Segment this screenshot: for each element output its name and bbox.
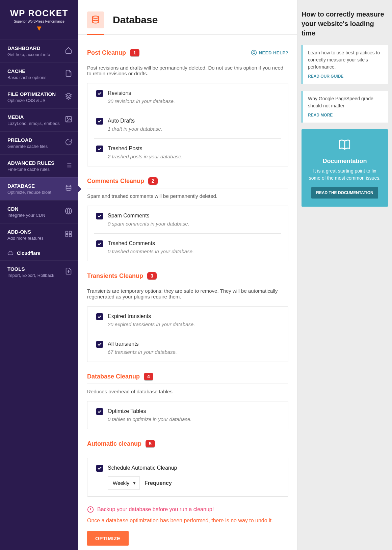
read-documentation-button[interactable]: READ THE DOCUMENTATION	[311, 187, 378, 199]
option-subtext: 67 transients in your database.	[108, 349, 279, 355]
nav-icon-media	[65, 115, 72, 124]
section-title-text: Post Cleanup	[87, 49, 126, 56]
option-subtext: 30 revisions in your database.	[108, 98, 279, 104]
doc-text: It is a great starting point to fix some…	[308, 167, 382, 182]
sidebar-item-desc: Basic cache options	[7, 75, 71, 80]
sidebar-item-title: ADD-ONS	[7, 229, 71, 235]
option-label: Expired transients	[108, 313, 279, 319]
svg-point-1	[67, 117, 68, 119]
option-row-trashed-posts: Trashed Posts 2 trashed posts in your da…	[94, 139, 281, 166]
checkbox-trashed-comments[interactable]	[96, 240, 103, 247]
sidebar-item-title: MEDIA	[7, 114, 71, 120]
sidebar: WP ROCKET Superior WordPress Performance…	[0, 0, 78, 550]
help-card-link[interactable]: READ MORE	[308, 113, 333, 117]
option-group: Optimize Tables 0 tables to optimize in …	[87, 401, 288, 429]
sidebar-item-advanced-rules[interactable]: ADVANCED RULES Fine-tune cache rules	[0, 154, 78, 177]
need-help-link[interactable]: NEED HELP?	[251, 50, 288, 56]
frequency-label: Frequency	[145, 480, 172, 486]
step-badge: 5	[146, 440, 155, 447]
optimize-button[interactable]: OPTIMIZE	[87, 531, 129, 546]
section-database-cleanup: Database Cleanup 4 Reduces overhead of d…	[87, 373, 288, 429]
sidebar-item-desc: Optimize, reduce bloat	[7, 190, 71, 195]
nav-icon-file-optimization	[65, 93, 72, 101]
option-label: Spam Comments	[108, 213, 279, 219]
section-header: Transients Cleanup 3	[87, 272, 288, 283]
sidebar-item-media[interactable]: MEDIA LazyLoad, emojis, embeds	[0, 108, 78, 131]
option-group: Schedule Automatic Cleanup Weekly ▼ Freq…	[87, 458, 288, 497]
sidebar-item-preload[interactable]: PRELOAD Generate cache files	[0, 131, 78, 154]
cloudflare-icon	[7, 250, 14, 256]
section-description: Reduces overhead of database tables	[87, 389, 288, 394]
svg-point-15	[251, 50, 256, 55]
option-label: Trashed Comments	[108, 240, 279, 246]
section-title-text: Comments Cleanup	[87, 178, 144, 185]
checkbox-expired-transients[interactable]	[96, 313, 103, 320]
option-label: All transients	[108, 341, 279, 347]
database-icon	[87, 11, 104, 28]
sidebar-item-dashboard[interactable]: DASHBOARD Get help, account info	[0, 40, 78, 62]
doc-title: Documentation	[308, 158, 382, 165]
sidebar-item-title: CDN	[7, 206, 71, 212]
option-subtext: 0 spam comments in your database.	[108, 221, 279, 227]
nav-icon-cache	[65, 70, 72, 78]
sidebar-item-cache[interactable]: CACHE Basic cache options	[0, 62, 78, 85]
frequency-row: Weekly ▼ Frequency	[108, 476, 279, 490]
checkbox-all-transients[interactable]	[96, 341, 103, 348]
sidebar-item-title: PRELOAD	[7, 137, 71, 143]
section-description: Transients are temporary options; they a…	[87, 288, 288, 299]
option-label: Revisions	[108, 90, 279, 96]
sidebar-subitem-cloudflare[interactable]: Cloudflare	[0, 246, 78, 260]
option-label: Schedule Automatic Cleanup	[108, 465, 279, 471]
option-label: Trashed Posts	[108, 146, 279, 152]
sidebar-item-title: TOOLS	[7, 266, 71, 272]
page-title: Database	[113, 14, 158, 26]
option-group: Spam Comments 0 spam comments in your da…	[87, 206, 288, 261]
option-label: Optimize Tables	[108, 408, 279, 414]
svg-point-16	[253, 52, 255, 54]
sidebar-item-title: ADVANCED RULES	[7, 160, 71, 166]
rocket-icon: ▼	[7, 25, 72, 32]
svg-point-8	[66, 185, 71, 187]
step-badge: 4	[144, 373, 153, 380]
sidebar-item-file-optimization[interactable]: FILE OPTIMIZATION Optimize CSS & JS	[0, 85, 78, 108]
option-row-revisions: Revisions 30 revisions in your database.	[94, 83, 281, 111]
sidebar-item-title: FILE OPTIMIZATION	[7, 91, 71, 97]
documentation-panel: Documentation It is a great starting poi…	[302, 129, 388, 207]
logo: WP ROCKET Superior WordPress Performance…	[0, 0, 78, 40]
option-row-all-transients: All transients 67 transients in your dat…	[94, 334, 281, 362]
sidebar-item-tools[interactable]: TOOLS Import, Export, Rollback	[0, 260, 78, 283]
sidebar-item-desc: Import, Export, Rollback	[7, 273, 71, 278]
checkbox-schedule-automatic-cleanup[interactable]	[96, 465, 103, 472]
step-badge: 1	[130, 49, 139, 56]
section-title-text: Transients Cleanup	[87, 272, 143, 280]
option-row-trashed-comments: Trashed Comments 0 trashed comments in y…	[94, 234, 281, 261]
svg-rect-11	[69, 231, 71, 233]
section-description: Spam and trashed comments will be perman…	[87, 193, 288, 199]
checkbox-revisions[interactable]	[96, 90, 103, 97]
sidebar-item-desc: LazyLoad, emojis, embeds	[7, 121, 71, 126]
section-description: Post revisions and drafts will be perman…	[87, 65, 288, 76]
section-title: Post Cleanup 1	[87, 49, 139, 56]
backup-warning-text: Backup your database before you run a cl…	[97, 506, 214, 513]
checkbox-trashed-posts[interactable]	[96, 146, 103, 152]
sidebar-item-desc: Fine-tune cache rules	[7, 167, 71, 172]
checkbox-auto-drafts[interactable]	[96, 118, 103, 125]
sidebar-item-desc: Optimize CSS & JS	[7, 98, 71, 103]
logo-subtitle: Superior WordPress Performance	[7, 20, 72, 23]
section-title-text: Automatic cleanup	[87, 440, 141, 447]
sidebar-item-add-ons[interactable]: ADD-ONS Add more features	[0, 223, 78, 246]
help-card-link[interactable]: READ OUR GUIDE	[308, 74, 343, 79]
book-icon	[308, 137, 382, 154]
sidebar-item-cdn[interactable]: CDN Integrate your CDN	[0, 200, 78, 223]
option-group: Revisions 30 revisions in your database.…	[87, 83, 288, 166]
help-card-0: Learn how to use best practices to corre…	[302, 45, 388, 84]
section-title: Database Cleanup 4	[87, 373, 153, 380]
frequency-select[interactable]: Weekly	[108, 476, 140, 490]
nav-icon-cdn	[65, 207, 72, 216]
checkbox-optimize-tables[interactable]	[96, 408, 103, 415]
checkbox-spam-comments[interactable]	[96, 213, 103, 219]
option-subtext: 0 tables to optimize in your database.	[108, 416, 279, 422]
backup-warning: Backup your database before you run a cl…	[87, 506, 288, 513]
undo-warning: Once a database optimization has been pe…	[87, 518, 288, 524]
sidebar-item-database[interactable]: DATABASE Optimize, reduce bloat	[0, 177, 78, 200]
